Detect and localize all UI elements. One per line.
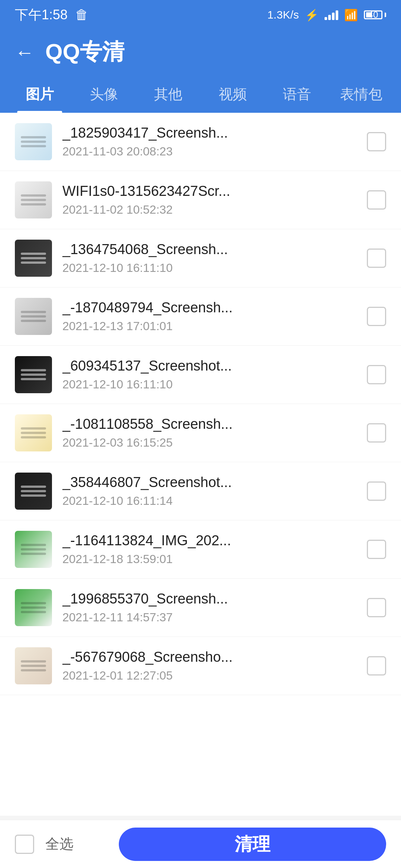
file-checkbox[interactable] (367, 132, 386, 151)
list-item: _-1164113824_IMG_202... 2021-12-18 13:59… (0, 520, 401, 579)
file-date: 2021-12-01 12:27:05 (62, 669, 356, 683)
file-date: 2021-12-18 13:59:01 (62, 552, 356, 566)
file-date: 2021-12-10 16:11:14 (62, 494, 356, 508)
file-thumbnail (15, 240, 52, 277)
tab-other[interactable]: 其他 (136, 78, 200, 113)
file-date: 2021-12-11 14:57:37 (62, 611, 356, 624)
file-date: 2021-11-03 20:08:23 (62, 145, 356, 158)
file-info: _-1164113824_IMG_202... 2021-12-18 13:59… (62, 533, 356, 566)
tab-avatar[interactable]: 头像 (72, 78, 136, 113)
select-all-checkbox[interactable] (15, 835, 34, 854)
tab-video[interactable]: 视频 (200, 78, 265, 113)
trash-icon: 🗑 (75, 7, 88, 23)
network-speed: 1.3K/s (267, 9, 299, 21)
status-bar: 下午1:58 🗑 1.3K/s ⚡ 📶 40 (0, 0, 401, 30)
file-checkbox[interactable] (367, 481, 386, 501)
list-item: _-1081108558_Screensh... 2021-12-03 16:1… (0, 404, 401, 462)
page-title: QQ专清 (45, 37, 124, 67)
file-thumbnail (15, 298, 52, 335)
file-name: _358446807_Screenshot... (62, 474, 356, 490)
file-name: _1825903417_Screensh... (62, 125, 356, 141)
file-name: _1996855370_Screensh... (62, 591, 356, 607)
select-all-label[interactable]: 全选 (45, 835, 74, 854)
file-checkbox[interactable] (367, 249, 386, 268)
list-item: WIFI1s0-1315623427Scr... 2021-11-02 10:5… (0, 171, 401, 229)
bottom-bar: 全选 清理 (0, 820, 401, 868)
file-checkbox[interactable] (367, 365, 386, 384)
file-date: 2021-12-03 16:15:25 (62, 436, 356, 450)
file-info: _609345137_Screenshot... 2021-12-10 16:1… (62, 358, 356, 391)
file-checkbox[interactable] (367, 540, 386, 559)
wifi-icon: 📶 (344, 9, 358, 22)
file-list: _1825903417_Screensh... 2021-11-03 20:08… (0, 113, 401, 816)
file-name: _-567679068_Screensho... (62, 649, 356, 665)
file-thumbnail (15, 473, 52, 510)
bluetooth-icon: ⚡ (305, 9, 319, 22)
tab-audio[interactable]: 语音 (265, 78, 329, 113)
list-item: _-567679068_Screensho... 2021-12-01 12:2… (0, 637, 401, 695)
battery-container: 40 (364, 10, 386, 19)
file-name: _-1081108558_Screensh... (62, 416, 356, 432)
file-name: _609345137_Screenshot... (62, 358, 356, 374)
file-info: _1825903417_Screensh... 2021-11-03 20:08… (62, 125, 356, 158)
file-thumbnail (15, 181, 52, 218)
battery-icon: 40 (364, 10, 382, 19)
file-thumbnail (15, 414, 52, 451)
file-info: _358446807_Screenshot... 2021-12-10 16:1… (62, 474, 356, 508)
status-time-area: 下午1:58 🗑 (15, 6, 88, 24)
file-name: _-1164113824_IMG_202... (62, 533, 356, 549)
list-item: _1364754068_Screensh... 2021-12-10 16:11… (0, 229, 401, 287)
status-time: 下午1:58 (15, 6, 68, 24)
list-item: _-1870489794_Screensh... 2021-12-13 17:0… (0, 287, 401, 346)
file-checkbox[interactable] (367, 307, 386, 326)
header: ← QQ专清 (0, 30, 401, 78)
list-item: _1825903417_Screensh... 2021-11-03 20:08… (0, 113, 401, 171)
tabs-bar: 图片 头像 其他 视频 语音 表情包 (0, 78, 401, 113)
list-item: _1996855370_Screensh... 2021-12-11 14:57… (0, 579, 401, 637)
list-item: _609345137_Screenshot... 2021-12-10 16:1… (0, 346, 401, 404)
file-thumbnail (15, 589, 52, 626)
file-checkbox[interactable] (367, 598, 386, 617)
file-thumbnail (15, 123, 52, 160)
file-thumbnail (15, 531, 52, 568)
file-date: 2021-12-10 16:11:10 (62, 261, 356, 275)
battery-level: 40 (365, 10, 381, 20)
file-info: _-1870489794_Screensh... 2021-12-13 17:0… (62, 300, 356, 333)
tab-emoji[interactable]: 表情包 (329, 78, 394, 113)
file-checkbox[interactable] (367, 423, 386, 443)
clean-button[interactable]: 清理 (119, 828, 386, 861)
file-info: _1364754068_Screensh... 2021-12-10 16:11… (62, 241, 356, 275)
file-thumbnail (15, 356, 52, 393)
file-info: _1996855370_Screensh... 2021-12-11 14:57… (62, 591, 356, 624)
file-info: _-567679068_Screensho... 2021-12-01 12:2… (62, 649, 356, 683)
file-date: 2021-12-10 16:11:10 (62, 378, 356, 391)
file-name: WIFI1s0-1315623427Scr... (62, 183, 356, 199)
file-checkbox[interactable] (367, 656, 386, 675)
file-date: 2021-11-02 10:52:32 (62, 203, 356, 217)
file-name: _1364754068_Screensh... (62, 241, 356, 257)
status-right-area: 1.3K/s ⚡ 📶 40 (267, 9, 386, 22)
back-button[interactable]: ← (15, 43, 34, 62)
signal-icon (325, 10, 338, 20)
file-info: WIFI1s0-1315623427Scr... 2021-11-02 10:5… (62, 183, 356, 217)
tab-pics[interactable]: 图片 (7, 78, 72, 113)
file-thumbnail (15, 647, 52, 684)
file-date: 2021-12-13 17:01:01 (62, 319, 356, 333)
list-item: _358446807_Screenshot... 2021-12-10 16:1… (0, 462, 401, 520)
file-checkbox[interactable] (367, 190, 386, 210)
file-name: _-1870489794_Screensh... (62, 300, 356, 316)
file-info: _-1081108558_Screensh... 2021-12-03 16:1… (62, 416, 356, 450)
